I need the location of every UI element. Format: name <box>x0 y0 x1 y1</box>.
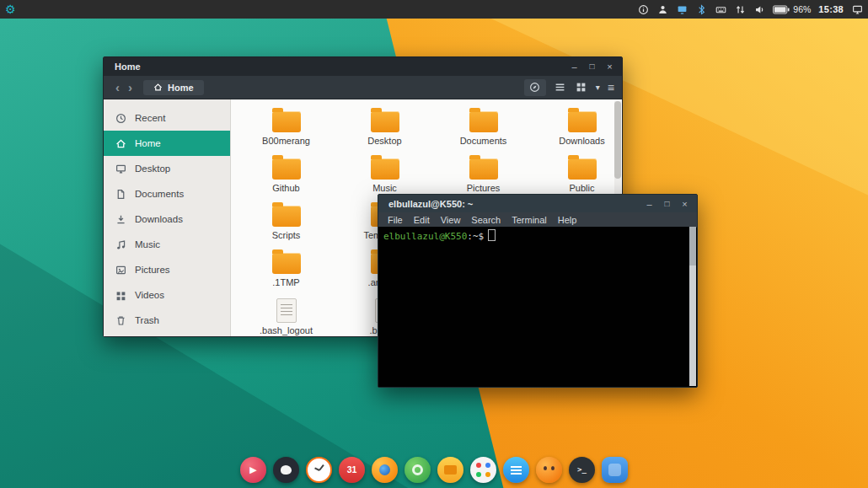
notes-app-icon[interactable] <box>503 457 529 483</box>
file-item[interactable]: Documents <box>434 105 533 152</box>
sidebar-item-pictures[interactable]: Pictures <box>104 257 230 282</box>
file-manager-sidebar: Recent Home Desktop Documents Downloads … <box>104 99 231 336</box>
app-center-icon[interactable] <box>470 457 496 483</box>
battery-indicator[interactable]: 96% <box>773 4 811 14</box>
file-item[interactable]: .bash_logout <box>237 293 335 341</box>
sidebar-item-label: Downloads <box>135 214 183 224</box>
folder-icon <box>272 111 301 132</box>
face-app-icon[interactable] <box>536 457 562 483</box>
desktop-icon <box>115 164 126 174</box>
terminal-body[interactable]: elbullazul@K550:~$ <box>378 227 689 387</box>
top-panel: ⚙ 96% 15:38 <box>0 0 868 19</box>
sidebar-item-label: Music <box>135 239 160 249</box>
sidebar-item-label: Desktop <box>135 164 170 174</box>
window-title: Home <box>115 62 141 72</box>
battery-percent: 96% <box>793 4 811 14</box>
system-tray: 96% 15:38 <box>637 3 863 15</box>
window-title: elbullazul@K550: ~ <box>388 199 473 209</box>
home-icon <box>153 83 163 92</box>
terminal-menubar: File Edit View Search Terminal Help <box>378 212 697 228</box>
terminal-cursor <box>488 229 496 241</box>
sidebar-item-trash[interactable]: Trash <box>104 308 230 333</box>
folder-icon <box>371 111 399 132</box>
file-item[interactable]: Pictures <box>434 152 533 199</box>
maximize-icon[interactable]: □ <box>660 196 674 212</box>
file-item[interactable]: Scripts <box>237 199 335 246</box>
window-controls: – □ × <box>642 196 692 212</box>
compass-icon <box>529 82 540 93</box>
calendar-app-icon[interactable]: 31 <box>339 457 365 483</box>
terminal-scrollbar[interactable] <box>689 227 696 386</box>
scrollbar-thumb[interactable] <box>689 227 696 265</box>
text-file-icon <box>276 298 297 323</box>
panel-clock[interactable]: 15:38 <box>818 4 844 14</box>
back-icon[interactable]: ‹ <box>111 81 124 94</box>
folder-icon <box>272 206 301 227</box>
green-app-icon[interactable] <box>405 457 431 483</box>
volume-icon[interactable] <box>753 3 765 15</box>
menu-terminal[interactable]: Terminal <box>512 215 547 225</box>
location-button[interactable] <box>524 79 546 96</box>
folder-icon <box>469 158 498 180</box>
chevron-down-icon[interactable]: ▾ <box>596 83 600 92</box>
sidebar-item-desktop[interactable]: Desktop <box>104 156 230 181</box>
file-item[interactable]: Music <box>335 152 434 199</box>
prompt-user-host: elbullazul@K550 <box>383 231 467 242</box>
sidebar-item-music[interactable]: Music <box>104 232 230 257</box>
document-icon <box>115 189 126 200</box>
folder-icon <box>272 158 301 180</box>
display-icon[interactable] <box>676 3 688 15</box>
dock: ▶ 31 >_ <box>240 457 628 483</box>
media-player-icon[interactable]: ▶ <box>240 457 266 483</box>
dark-app-icon[interactable] <box>273 457 299 483</box>
sidebar-item-label: Trash <box>135 315 159 325</box>
firefox-icon[interactable] <box>372 457 398 483</box>
maximize-icon[interactable]: □ <box>585 58 599 75</box>
forward-icon[interactable]: › <box>124 81 137 94</box>
sidebar-item-recent[interactable]: Recent <box>104 105 230 131</box>
close-icon[interactable]: × <box>603 58 617 75</box>
minimize-icon[interactable]: – <box>567 58 581 75</box>
terminal-app-icon[interactable]: >_ <box>569 457 595 483</box>
download-icon <box>115 214 126 225</box>
sidebar-item-videos[interactable]: Videos <box>104 282 230 308</box>
minimize-icon[interactable]: – <box>642 196 656 212</box>
sidebar-item-downloads[interactable]: Downloads <box>104 206 230 232</box>
sidebar-item-label: Pictures <box>135 265 170 275</box>
folder-icon <box>568 158 597 180</box>
folder-icon <box>469 111 498 132</box>
sidebar-item-home[interactable]: Home <box>104 131 230 156</box>
videos-grid-icon <box>115 290 126 301</box>
monitor-icon[interactable] <box>851 3 863 15</box>
user-icon[interactable] <box>656 3 668 15</box>
file-item[interactable]: .1TMP <box>237 246 335 293</box>
menu-file[interactable]: File <box>388 215 403 225</box>
info-icon[interactable] <box>637 3 649 15</box>
sidebar-item-label: Recent <box>135 113 165 123</box>
file-item[interactable]: Desktop <box>335 105 434 152</box>
breadcrumb[interactable]: Home <box>143 80 204 95</box>
terminal-titlebar[interactable]: elbullazul@K550: ~ – □ × <box>378 195 697 212</box>
file-item[interactable]: Github <box>237 152 335 199</box>
list-view-icon[interactable] <box>554 81 567 94</box>
blue-app-icon[interactable] <box>602 457 628 483</box>
file-manager-titlebar[interactable]: Home – □ × <box>104 57 622 76</box>
menu-help[interactable]: Help <box>558 215 577 225</box>
menu-search[interactable]: Search <box>471 215 501 225</box>
menu-view[interactable]: View <box>441 215 461 225</box>
folder-app-icon[interactable] <box>437 457 463 483</box>
menu-edit[interactable]: Edit <box>414 215 430 225</box>
network-icon[interactable] <box>734 3 746 15</box>
clock-app-icon[interactable] <box>306 457 332 483</box>
sidebar-item-documents[interactable]: Documents <box>104 181 230 206</box>
menu-icon[interactable]: ≡ <box>608 82 614 94</box>
sidebar-item-label: Videos <box>135 290 164 300</box>
prompt-path: :~$ <box>467 231 484 242</box>
scrollbar-thumb[interactable] <box>614 101 621 179</box>
keyboard-icon[interactable] <box>715 3 726 15</box>
bluetooth-icon[interactable] <box>695 3 707 15</box>
grid-view-icon[interactable] <box>575 81 588 94</box>
file-item[interactable]: B00merang <box>237 105 335 152</box>
close-icon[interactable]: × <box>678 196 692 212</box>
settings-gear-icon[interactable]: ⚙ <box>5 3 16 15</box>
